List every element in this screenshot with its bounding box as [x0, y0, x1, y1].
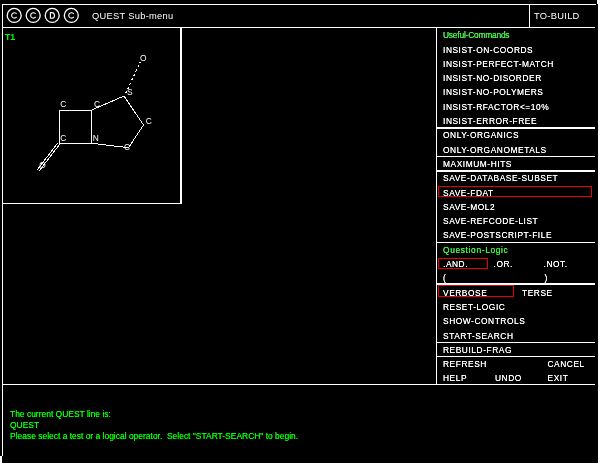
svg-text:C: C	[60, 133, 66, 143]
svg-text:O: O	[39, 160, 46, 170]
svg-text:C: C	[60, 99, 66, 109]
svg-text:C: C	[94, 99, 100, 109]
svg-text:O: O	[140, 53, 147, 63]
svg-text:N: N	[93, 133, 99, 143]
svg-text:S: S	[127, 87, 133, 97]
svg-text:C: C	[124, 142, 130, 152]
svg-text:C: C	[146, 116, 152, 126]
